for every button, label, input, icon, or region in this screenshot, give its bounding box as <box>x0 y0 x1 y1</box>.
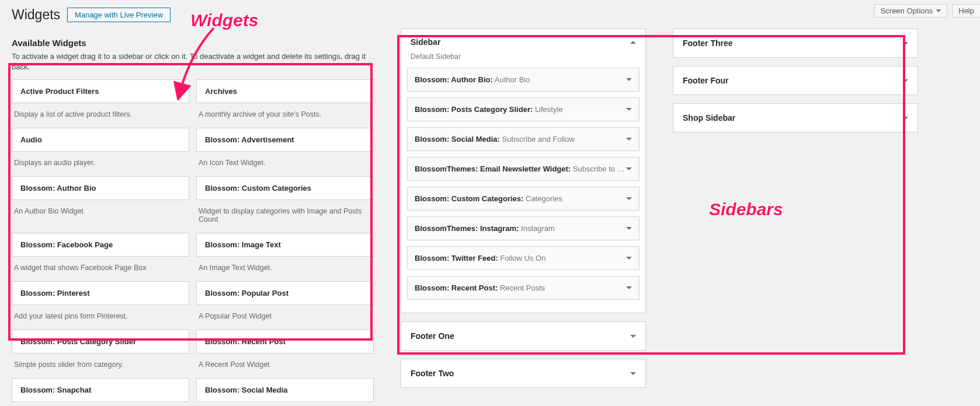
sidebar-widget-label: BlossomThemes: Email Newsletter Widget: … <box>415 164 625 173</box>
sidebar-area: Shop Sidebar <box>673 103 918 132</box>
sidebar-widget-label: Blossom: Social Media: Subscribe and Fol… <box>415 135 575 144</box>
sidebar-area-title: Footer One <box>411 331 454 341</box>
sidebar-widget-name: BlossomThemes: Instagram: <box>415 224 519 233</box>
chevron-down-icon <box>626 138 632 141</box>
sidebar-area-header[interactable]: Footer Four <box>673 66 918 94</box>
available-widget-title: Audio <box>12 128 189 152</box>
sidebar-widget-value: Recent Posts <box>498 284 545 292</box>
chevron-down-icon <box>626 286 632 289</box>
available-widget[interactable]: Blossom: Custom CategoriesWidget to disp… <box>196 176 374 232</box>
available-widget-title: Blossom: Author Bio <box>12 176 189 200</box>
sidebar-area: Footer Three <box>673 29 918 58</box>
sidebar-widget-item[interactable]: Blossom: Posts Category Slider: Lifestyl… <box>407 97 640 121</box>
help-tab[interactable]: Help <box>952 4 980 18</box>
page-title: Widgets <box>12 7 60 23</box>
available-widget-description: Display a list of active product filters… <box>12 103 189 127</box>
available-widgets-heading: Available Widgets <box>12 38 374 48</box>
available-widget-title: Blossom: Popular Post <box>196 281 374 305</box>
sidebar-widget-item[interactable]: Blossom: Twitter Feed: Follow Us On <box>407 246 640 270</box>
sidebar-widget-item[interactable]: Blossom: Social Media: Subscribe and Fol… <box>407 127 640 151</box>
sidebar-area-title: Footer Four <box>683 76 729 85</box>
available-widget-description: A Popular Post Widget <box>196 305 374 328</box>
sidebar-widget-label: Blossom: Posts Category Slider: Lifestyl… <box>415 105 563 114</box>
available-widget-title: Blossom: Custom Categories <box>196 176 374 200</box>
sidebar-widget-label: Blossom: Author Bio: Author Bio <box>415 75 530 84</box>
sidebar-areas-column-2: Footer ThreeFooter FourShop Sidebar <box>673 29 918 406</box>
available-widget[interactable]: ArchivesA monthly archive of your site's… <box>196 79 374 127</box>
sidebar-area: Footer One <box>401 321 646 351</box>
available-widget[interactable]: Blossom: Social Media <box>196 378 374 406</box>
chevron-down-icon <box>626 227 632 230</box>
available-widget-description: Displays an audio player. <box>12 152 189 175</box>
sidebar-widget-label: Blossom: Custom Categories: Categories <box>415 194 562 203</box>
available-widget-title: Blossom: Facebook Page <box>12 233 189 257</box>
sidebar-area-header[interactable]: Sidebar <box>401 29 645 52</box>
page-header: Widgets Manage with Live Preview <box>0 0 980 23</box>
sidebar-area: Footer Four <box>673 66 918 95</box>
available-widget[interactable]: Blossom: Snapchat <box>12 378 189 406</box>
sidebar-area-header[interactable]: Footer Two <box>401 359 645 387</box>
sidebar-area-title: Footer Two <box>411 369 454 378</box>
sidebar-widget-value: Categories <box>523 194 562 203</box>
available-widget[interactable]: AudioDisplays an audio player. <box>12 128 189 175</box>
chevron-down-icon <box>936 9 941 12</box>
sidebar-widget-name: Blossom: Custom Categories: <box>415 194 523 203</box>
sidebar-widget-item[interactable]: Blossom: Author Bio: Author Bio <box>407 68 640 92</box>
chevron-down-icon <box>626 167 632 170</box>
available-widget-title: Blossom: Snapchat <box>12 378 189 402</box>
chevron-down-icon <box>902 79 908 82</box>
available-widget-description: An Author Bio Widget <box>12 200 189 223</box>
help-label: Help <box>958 6 974 15</box>
available-widget[interactable]: Blossom: Facebook PageA widget that show… <box>12 233 189 280</box>
available-widget-title: Blossom: Posts Category Slider <box>12 330 189 354</box>
chevron-down-icon <box>902 117 908 120</box>
available-widget[interactable]: Blossom: Popular PostA Popular Post Widg… <box>196 281 374 328</box>
available-widget[interactable]: Blossom: Image TextAn Image Text Widget. <box>196 233 374 280</box>
top-right-tabs: Screen Options Help <box>874 0 980 18</box>
live-preview-button[interactable]: Manage with Live Preview <box>67 8 171 22</box>
sidebar-widget-label: Blossom: Recent Post: Recent Posts <box>415 284 545 292</box>
available-widget[interactable]: Blossom: AdvertisementAn Icon Text Widge… <box>196 128 374 175</box>
chevron-down-icon <box>626 108 632 111</box>
available-widget-title: Active Product Filters <box>12 79 189 103</box>
sidebar-widget-item[interactable]: Blossom: Recent Post: Recent Posts <box>407 276 640 300</box>
available-widget-title: Archives <box>196 79 374 103</box>
sidebar-widget-item[interactable]: Blossom: Custom Categories: Categories <box>407 187 640 211</box>
sidebar-area: SidebarDefault SidebarBlossom: Author Bi… <box>401 29 646 313</box>
available-widget[interactable]: Blossom: Author BioAn Author Bio Widget <box>12 176 189 232</box>
sidebar-area-items: Blossom: Author Bio: Author BioBlossom: … <box>401 68 645 313</box>
available-widget-title: Blossom: Recent Post <box>196 330 374 354</box>
sidebar-widget-item[interactable]: BlossomThemes: Email Newsletter Widget: … <box>407 157 640 181</box>
available-widget-title: Blossom: Advertisement <box>196 128 374 152</box>
sidebar-widget-name: Blossom: Social Media: <box>415 135 500 144</box>
available-widget[interactable]: Blossom: Posts Category SliderSimple pos… <box>12 330 189 377</box>
sidebar-area-title: Sidebar <box>411 37 440 47</box>
sidebar-widget-value: Subscribe to … <box>571 164 625 173</box>
chevron-down-icon <box>630 372 636 375</box>
sidebar-widget-item[interactable]: BlossomThemes: Instagram: Instagram <box>407 216 640 240</box>
available-widget-description: A widget that shows Facebook Page Box <box>12 257 189 280</box>
sidebar-area-title: Shop Sidebar <box>683 113 735 123</box>
sidebar-area-header[interactable]: Footer Three <box>673 29 918 57</box>
chevron-down-icon <box>626 78 632 81</box>
sidebar-area-header[interactable]: Footer One <box>401 322 645 350</box>
sidebar-widget-value: Lifestyle <box>533 105 562 114</box>
sidebar-widget-name: Blossom: Author Bio: <box>415 75 493 84</box>
chevron-up-icon <box>630 41 636 44</box>
available-widget[interactable]: Active Product FiltersDisplay a list of … <box>12 79 189 127</box>
available-widget-description: A Recent Post Widget <box>196 354 374 377</box>
sidebar-widget-label: BlossomThemes: Instagram: Instagram <box>415 224 555 233</box>
available-widget[interactable]: Blossom: Recent PostA Recent Post Widget <box>196 330 374 377</box>
screen-options-tab[interactable]: Screen Options <box>874 4 948 18</box>
chevron-down-icon <box>626 257 632 260</box>
chevron-down-icon <box>630 335 636 338</box>
available-widget-description: Widget to display categories with Image … <box>196 200 374 232</box>
sidebar-areas-column-1: SidebarDefault SidebarBlossom: Author Bi… <box>401 29 646 406</box>
sidebar-area-title: Footer Three <box>683 38 733 48</box>
sidebar-widget-label: Blossom: Twitter Feed: Follow Us On <box>415 254 545 262</box>
available-widget[interactable]: Blossom: PinterestAdd your latest pins f… <box>12 281 189 328</box>
available-widget-description <box>12 402 189 406</box>
available-widget-description: Simple posts slider from category. <box>12 354 189 377</box>
screen-options-label: Screen Options <box>881 6 933 15</box>
sidebar-area-header[interactable]: Shop Sidebar <box>673 104 918 132</box>
